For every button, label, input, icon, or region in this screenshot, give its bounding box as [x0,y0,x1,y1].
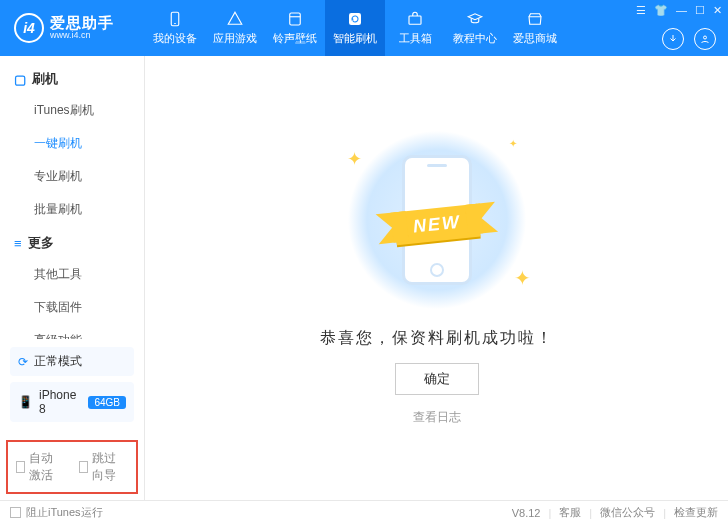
graduation-icon [466,10,484,28]
close-icon[interactable]: ✕ [713,4,722,17]
menu-icon[interactable]: ☰ [636,4,646,17]
nav-apps[interactable]: 应用游戏 [205,0,265,56]
checkbox-icon [16,461,25,473]
sidebar-item-pro[interactable]: 专业刷机 [0,160,144,193]
star-icon: ✦ [347,148,362,170]
star-icon: ✦ [514,266,531,290]
sidebar-item-batch[interactable]: 批量刷机 [0,193,144,226]
phone-icon: ▢ [14,72,26,87]
nav-store[interactable]: 爱思商城 [505,0,565,56]
footer-link-support[interactable]: 客服 [559,505,581,520]
view-log-link[interactable]: 查看日志 [413,409,461,426]
user-button[interactable] [694,28,716,50]
success-illustration: ✦ ✦ ✦ NEW [337,130,537,310]
sidebar-item-oneclick[interactable]: 一键刷机 [0,127,144,160]
logo-icon: i4 [14,13,44,43]
star-icon: ✦ [509,138,517,149]
sidebar-status: ⟳ 正常模式 📱 iPhone 8 64GB [0,339,144,436]
checkbox-skip-wizard[interactable]: 跳过向导 [79,450,128,484]
store-icon [526,10,544,28]
header-right [662,28,716,50]
brand-url: www.i4.cn [50,31,114,41]
svg-rect-4 [349,13,361,25]
sidebar-item-advanced[interactable]: 高级功能 [0,324,144,339]
checkbox-icon [10,507,21,518]
svg-rect-2 [290,13,301,25]
nav-ringtones[interactable]: 铃声壁纸 [265,0,325,56]
svg-point-6 [704,36,707,39]
sidebar-item-other[interactable]: 其他工具 [0,258,144,291]
phone-icon: 📱 [18,395,33,409]
footer-link-update[interactable]: 检查更新 [674,505,718,520]
window-controls: ☰ 👕 — ☐ ✕ [636,4,722,17]
sidebar-item-firmware[interactable]: 下载固件 [0,291,144,324]
footer: 阻止iTunes运行 V8.12 | 客服 | 微信公众号 | 检查更新 [0,500,728,524]
success-message: 恭喜您，保资料刷机成功啦！ [320,328,554,349]
tshirt-icon[interactable]: 👕 [654,4,668,17]
checkbox-block-itunes[interactable]: 阻止iTunes运行 [10,505,103,520]
brand-name: 爱思助手 [50,15,114,32]
mode-row[interactable]: ⟳ 正常模式 [10,347,134,376]
options-box: 自动激活 跳过向导 [6,440,138,494]
storage-badge: 64GB [88,396,126,409]
device-row[interactable]: 📱 iPhone 8 64GB [10,382,134,422]
more-icon: ≡ [14,236,22,251]
device-name: iPhone 8 [39,388,78,416]
ok-button[interactable]: 确定 [395,363,479,395]
minimize-icon[interactable]: — [676,4,687,17]
main-nav: 我的设备 应用游戏 铃声壁纸 智能刷机 工具箱 教程中心 爱思商城 [145,0,565,56]
nav-tutorials[interactable]: 教程中心 [445,0,505,56]
nav-toolbox[interactable]: 工具箱 [385,0,445,56]
footer-link-wechat[interactable]: 微信公众号 [600,505,655,520]
sidebar-section-flash: ▢ 刷机 [0,62,144,94]
header: i4 爱思助手 www.i4.cn 我的设备 应用游戏 铃声壁纸 智能刷机 工具… [0,0,728,56]
checkbox-icon [79,461,88,473]
checkbox-auto-activate[interactable]: 自动激活 [16,450,65,484]
version-label: V8.12 [512,507,541,519]
main-content: ✦ ✦ ✦ NEW 恭喜您，保资料刷机成功啦！ 确定 查看日志 [145,56,728,500]
logo[interactable]: i4 爱思助手 www.i4.cn [0,13,145,43]
refresh-icon [346,10,364,28]
refresh-icon: ⟳ [18,355,28,369]
apps-icon [226,10,244,28]
mode-label: 正常模式 [34,353,82,370]
phone-icon [166,10,184,28]
nav-flash[interactable]: 智能刷机 [325,0,385,56]
sidebar-item-itunes[interactable]: iTunes刷机 [0,94,144,127]
music-icon [286,10,304,28]
maximize-icon[interactable]: ☐ [695,4,705,17]
toolbox-icon [406,10,424,28]
download-button[interactable] [662,28,684,50]
nav-my-device[interactable]: 我的设备 [145,0,205,56]
sidebar-section-more: ≡ 更多 [0,226,144,258]
svg-rect-5 [409,16,421,24]
sidebar: ▢ 刷机 iTunes刷机 一键刷机 专业刷机 批量刷机 ≡ 更多 其他工具 下… [0,56,145,500]
